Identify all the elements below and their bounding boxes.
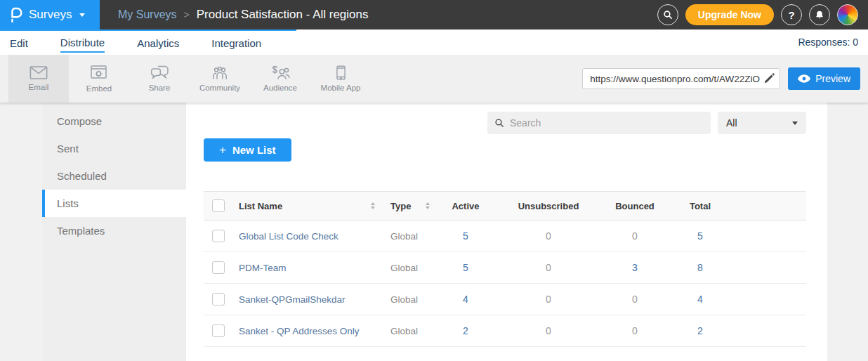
page-body: Compose Sent Scheduled Lists Templates A…	[0, 103, 868, 361]
share-icon	[150, 65, 169, 80]
bounced-count[interactable]: 0	[601, 325, 669, 336]
sort-type-icon[interactable]	[426, 202, 430, 209]
sidebar-item-templates[interactable]: Templates	[42, 217, 186, 244]
search-input[interactable]	[510, 117, 704, 129]
list-name-link[interactable]: Sanket - QP Addresses Only	[232, 326, 381, 336]
product-switcher[interactable]: Surveys	[0, 0, 100, 29]
embed-icon	[91, 65, 107, 81]
help-button[interactable]: ?	[781, 4, 802, 25]
tab-integration[interactable]: Integration	[211, 33, 261, 52]
row-checkbox[interactable]	[212, 261, 225, 274]
sidebar-item-scheduled[interactable]: Scheduled	[42, 162, 186, 190]
email-sidebar: Compose Sent Scheduled Lists Templates	[42, 103, 186, 361]
survey-title: Product Satisfaction - All regions	[197, 8, 369, 22]
toolbar-tab-email[interactable]: Email	[8, 55, 69, 103]
community-icon	[210, 65, 230, 80]
active-count[interactable]: 2	[435, 325, 496, 336]
new-list-button[interactable]: + New List	[204, 138, 291, 162]
breadcrumb-separator: >	[184, 9, 190, 20]
responses-count: Responses: 0	[798, 37, 858, 48]
unsubscribed-count[interactable]: 0	[496, 230, 601, 242]
lists-table: List Name Type Active Unsubscribed Bounc…	[204, 191, 806, 347]
active-count[interactable]: 4	[435, 294, 496, 305]
toolbar-tab-community[interactable]: Community	[190, 55, 250, 103]
app-window: Surveys My Surveys > Product Satisfactio…	[0, 0, 868, 361]
toolbar-tab-audience[interactable]: Audience	[250, 55, 310, 103]
email-icon	[29, 66, 48, 79]
toolbar-tab-share[interactable]: Share	[129, 55, 190, 103]
questionpro-logo-icon	[8, 7, 22, 22]
preview-button[interactable]: Preview	[788, 67, 860, 90]
search-box	[487, 112, 711, 134]
search-icon	[494, 118, 504, 128]
bell-icon	[815, 10, 824, 20]
row-checkbox[interactable]	[212, 293, 225, 306]
total-count[interactable]: 4	[669, 294, 732, 305]
breadcrumb: My Surveys > Product Satisfaction - All …	[118, 8, 369, 22]
distribute-toolbar: Email Embed Share Community Audience	[0, 55, 868, 103]
upgrade-button[interactable]: Upgrade Now	[685, 4, 774, 25]
toolbar-tab-embed[interactable]: Embed	[69, 55, 129, 103]
unsubscribed-count[interactable]: 0	[496, 294, 601, 305]
column-header-total: Total	[669, 201, 732, 211]
list-name-link[interactable]: Sanket-QPGmailShekdar	[232, 294, 381, 305]
survey-nav: Edit Distribute Analytics Integration Re…	[0, 29, 868, 55]
tab-distribute[interactable]: Distribute	[60, 32, 105, 53]
breadcrumb-my-surveys[interactable]: My Surveys	[118, 8, 177, 21]
toolbar-right: Preview	[582, 55, 868, 103]
column-header-type: Type	[381, 201, 435, 211]
table-row: PDM-Team Global 5 0 3 8	[204, 252, 806, 284]
list-type: Global	[381, 326, 435, 336]
chevron-down-icon	[79, 13, 85, 17]
loading-progress-bar	[0, 29, 296, 31]
row-checkbox[interactable]	[212, 324, 225, 337]
total-count[interactable]: 2	[669, 325, 732, 336]
active-count[interactable]: 5	[435, 230, 496, 242]
search-icon	[663, 10, 673, 20]
lists-content: All + New List List Name	[186, 103, 827, 361]
bounced-count[interactable]: 0	[601, 230, 669, 242]
eye-icon	[798, 74, 810, 83]
unsubscribed-count[interactable]: 0	[496, 325, 601, 336]
list-name-link[interactable]: Global List Code Check	[232, 231, 381, 242]
mobile-app-icon	[336, 65, 346, 80]
search-button[interactable]	[657, 4, 678, 25]
total-count[interactable]: 5	[669, 230, 732, 242]
column-header-bounced: Bounced	[601, 201, 669, 211]
sidebar-item-lists[interactable]: Lists	[42, 190, 186, 217]
column-header-unsubscribed: Unsubscribed	[496, 201, 601, 211]
filter-row: All	[204, 112, 806, 134]
toolbar-tab-mobile-app[interactable]: Mobile App	[310, 55, 371, 103]
tab-analytics[interactable]: Analytics	[137, 33, 179, 52]
total-count[interactable]: 8	[669, 262, 732, 273]
tab-edit[interactable]: Edit	[10, 33, 28, 52]
list-type: Global	[381, 294, 435, 305]
bounced-count[interactable]: 3	[601, 262, 669, 273]
user-avatar[interactable]	[837, 4, 858, 25]
header-actions: Upgrade Now ?	[657, 4, 868, 25]
table-row: Global List Code Check Global 5 0 0 5	[204, 221, 806, 252]
audience-icon	[270, 65, 290, 80]
sidebar-item-sent[interactable]: Sent	[42, 135, 186, 162]
filter-selected-value: All	[726, 117, 737, 129]
row-checkbox[interactable]	[212, 230, 225, 242]
survey-url-input[interactable]	[582, 68, 780, 89]
bounced-count[interactable]: 0	[601, 294, 669, 305]
top-header: Surveys My Surveys > Product Satisfactio…	[0, 0, 868, 29]
chevron-down-icon	[792, 122, 798, 125]
list-type: Global	[381, 231, 435, 242]
email-panel: Compose Sent Scheduled Lists Templates A…	[42, 103, 827, 361]
unsubscribed-count[interactable]: 0	[496, 262, 601, 273]
list-type: Global	[381, 263, 435, 273]
table-header-row: List Name Type Active Unsubscribed Bounc…	[204, 191, 806, 221]
column-header-list-name: List Name	[232, 201, 381, 211]
product-name: Surveys	[29, 8, 72, 22]
notifications-button[interactable]	[809, 4, 830, 25]
list-name-link[interactable]: PDM-Team	[232, 263, 381, 273]
edit-url-pencil-icon[interactable]	[763, 72, 776, 85]
sort-list-name-icon[interactable]	[371, 202, 375, 209]
active-count[interactable]: 5	[435, 262, 496, 273]
sidebar-item-compose[interactable]: Compose	[42, 107, 186, 135]
select-all-checkbox[interactable]	[212, 199, 225, 212]
list-filter-dropdown[interactable]: All	[718, 112, 806, 134]
